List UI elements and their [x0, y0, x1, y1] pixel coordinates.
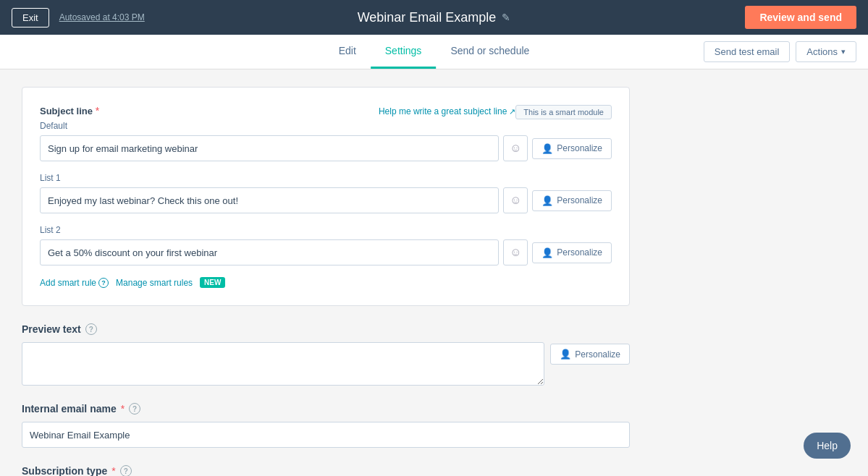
subscription-type-title-row: Subscription type * ?: [22, 465, 630, 476]
preview-text-section: Preview text ? 👤 Personalize: [22, 323, 630, 386]
smart-rules-row: Add smart rule ? Manage smart rules NEW: [40, 277, 612, 288]
preview-text-input[interactable]: [22, 342, 544, 386]
internal-email-name-input[interactable]: [22, 422, 630, 448]
subject-default-emoji-button[interactable]: ☺: [503, 135, 528, 161]
required-star: *: [93, 105, 99, 116]
tab-settings[interactable]: Settings: [371, 35, 437, 69]
manage-smart-rules-link[interactable]: Manage smart rules: [116, 278, 193, 288]
list1-label: List 1: [40, 173, 612, 183]
default-label: Default: [40, 121, 612, 131]
help-subject-line-link[interactable]: Help me write a great subject line ↗: [379, 106, 515, 116]
internal-name-title-row: Internal email name * ?: [22, 403, 630, 415]
subject-list1-personalize-button[interactable]: 👤 Personalize: [532, 190, 612, 211]
external-link-icon: ↗: [509, 107, 515, 116]
tab-group: Edit Settings Send or schedule: [324, 35, 544, 69]
person-icon-2: 👤: [542, 195, 553, 206]
internal-name-required: *: [121, 403, 125, 415]
actions-button[interactable]: Actions: [796, 41, 856, 62]
main-content: This is a smart module Subject line * He…: [0, 69, 652, 476]
internal-name-label: Internal email name: [22, 403, 117, 415]
subject-list1-row: ☺ 👤 Personalize: [40, 187, 612, 213]
send-test-email-button[interactable]: Send test email: [704, 41, 791, 62]
subject-list2-input[interactable]: [40, 239, 499, 265]
preview-text-help-icon[interactable]: ?: [85, 323, 97, 335]
person-icon-4: 👤: [560, 349, 571, 360]
subject-list2-personalize-button[interactable]: 👤 Personalize: [532, 242, 612, 263]
secondary-nav-actions: Send test email Actions: [704, 41, 856, 62]
subject-default-personalize-button[interactable]: 👤 Personalize: [532, 138, 612, 159]
person-icon: 👤: [542, 143, 553, 154]
info-circle-icon: ?: [98, 278, 109, 288]
autosave-label[interactable]: Autosaved at 4:03 PM: [59, 12, 145, 22]
tab-send-schedule[interactable]: Send or schedule: [436, 35, 544, 69]
doc-title-text: Webinar Email Example: [358, 10, 497, 25]
document-title: Webinar Email Example ✎: [358, 10, 511, 25]
internal-name-help-icon[interactable]: ?: [129, 403, 140, 415]
subject-list1-emoji-button[interactable]: ☺: [503, 187, 528, 213]
subscription-type-section: Subscription type * ? Select a subscript…: [22, 465, 630, 476]
preview-text-label: Preview text: [22, 323, 81, 335]
subject-list2-emoji-button[interactable]: ☺: [503, 239, 528, 265]
person-icon-3: 👤: [542, 247, 553, 258]
list2-label: List 2: [40, 225, 612, 235]
preview-text-row: 👤 Personalize: [22, 342, 630, 386]
subject-default-row: ☺ 👤 Personalize: [40, 135, 612, 161]
subject-default-input[interactable]: [40, 135, 499, 161]
add-smart-rule-link[interactable]: Add smart rule ?: [40, 278, 109, 288]
exit-button[interactable]: Exit: [12, 8, 49, 27]
subject-line-card: This is a smart module Subject line * He…: [22, 87, 630, 306]
subject-list1-input[interactable]: [40, 187, 499, 213]
edit-title-icon[interactable]: ✎: [502, 12, 510, 23]
new-badge: NEW: [200, 277, 225, 288]
preview-text-title-row: Preview text ?: [22, 323, 630, 335]
subscription-type-required: *: [111, 465, 115, 476]
help-button[interactable]: Help: [804, 433, 851, 459]
top-nav: Exit Autosaved at 4:03 PM Webinar Email …: [0, 0, 868, 35]
smart-module-badge: This is a smart module: [515, 105, 612, 119]
subject-line-label: Subject line *: [40, 105, 99, 116]
subject-line-header: This is a smart module Subject line * He…: [40, 105, 612, 121]
internal-email-name-section: Internal email name * ?: [22, 403, 630, 448]
secondary-nav: Edit Settings Send or schedule Send test…: [0, 35, 868, 69]
top-nav-right: Review and send: [745, 6, 856, 29]
subject-list2-row: ☺ 👤 Personalize: [40, 239, 612, 265]
subscription-type-label: Subscription type: [22, 465, 107, 476]
preview-text-personalize-button[interactable]: 👤 Personalize: [550, 344, 630, 365]
tab-edit[interactable]: Edit: [324, 35, 371, 69]
subscription-type-help-icon[interactable]: ?: [120, 465, 132, 476]
review-and-send-button[interactable]: Review and send: [745, 6, 856, 29]
